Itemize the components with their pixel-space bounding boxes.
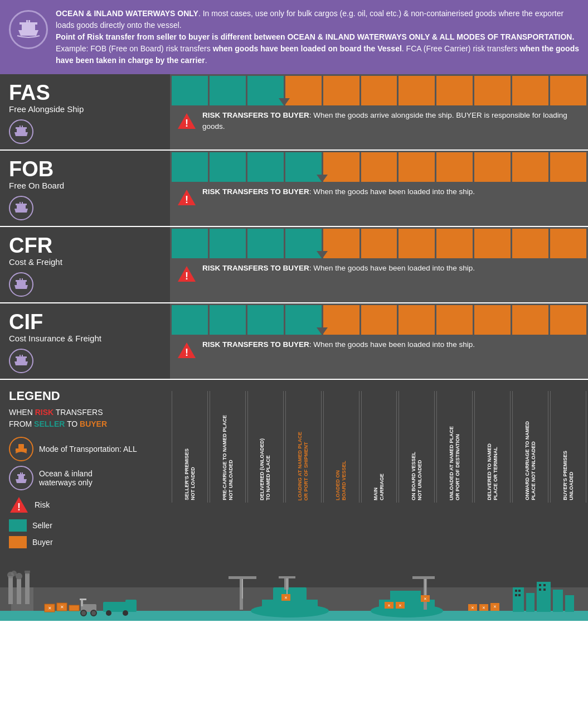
svg-text:!: !	[185, 347, 188, 358]
buyer-label: Buyer	[32, 538, 53, 547]
orange-bar	[436, 152, 473, 182]
svg-rect-6	[20, 126, 21, 128]
term-icon-wrap	[9, 119, 161, 144]
scene-illustration: ✕ ✕	[0, 554, 588, 621]
col-label-text: MAINCARRIAGE	[373, 474, 385, 500]
svg-rect-49	[69, 605, 79, 611]
terms-section: FAS Free Alongside Ship	[0, 74, 588, 380]
term-abbr: CFR	[9, 235, 161, 256]
svg-text:!: !	[185, 271, 188, 282]
teal-bar	[247, 229, 284, 258]
col-label-span: PLACE NOT UNLOADED	[531, 442, 536, 501]
risk-box: ! RISK TRANSFERS TO BUYER: When the good…	[170, 182, 588, 226]
svg-text:!: !	[185, 118, 188, 129]
col-label-span: NOT UNLOADED	[227, 460, 233, 501]
risk-triangle-icon: !	[177, 340, 197, 360]
col-label-text: PRE-CARRIAGE TO NAMED PLACENOT UNLOADED	[222, 415, 234, 500]
orange-bar	[512, 152, 548, 182]
orange-bar	[323, 305, 359, 335]
risk-triangle-icon: !	[177, 111, 197, 131]
orange-bar	[436, 305, 473, 335]
color-bars	[170, 227, 588, 258]
svg-rect-31	[18, 476, 24, 479]
risk-text: RISK TRANSFERS TO BUYER: When the goods …	[202, 186, 475, 197]
svg-rect-93	[539, 588, 541, 591]
legend-item-buyer: Buyer	[9, 536, 161, 548]
orange-bar	[512, 76, 548, 105]
term-abbr: CIF	[9, 311, 161, 332]
col-label-text: ONWARD CARRIAGE TO NAMEDPLACE NOT UNLOAD…	[524, 421, 537, 500]
teal-bar	[172, 305, 208, 335]
term-full: Cost & Freight	[9, 257, 161, 267]
svg-rect-87	[515, 590, 517, 592]
column-label-1: PRE-CARRIAGE TO NAMED PLACENOT UNLOADED	[210, 391, 246, 503]
col-label-span: ON BOARD VESSEL	[411, 452, 416, 500]
svg-rect-92	[543, 584, 546, 586]
col-label-span: PRE-CARRIAGE TO NAMED PLACE	[222, 415, 227, 500]
svg-text:✕: ✕	[48, 606, 52, 611]
legend-item-transport: Mode of Transportation: ALL	[9, 437, 161, 461]
risk-icon-legend: !	[9, 495, 29, 515]
col-label-span: DELIVERED TO NAMED	[487, 443, 492, 500]
transport-label: Mode of Transportation: ALL	[39, 445, 137, 454]
orange-bar	[361, 76, 397, 105]
svg-rect-83	[526, 593, 534, 612]
col-label-text: LOADING AT NAMED PLACEOR PORT OF SHIPMEN…	[297, 432, 309, 501]
ship-icon-header	[9, 10, 48, 49]
col-label-span: MAIN	[373, 488, 378, 500]
svg-text:!: !	[185, 194, 188, 205]
svg-rect-38	[17, 579, 21, 604]
col-label-highlight: LOADED ON	[335, 470, 341, 500]
term-full: Free Alongside Ship	[9, 104, 161, 114]
teal-bar	[172, 229, 208, 258]
col-label-highlight: LOADING AT NAMED PLACE	[297, 432, 303, 501]
svg-rect-66	[279, 576, 295, 578]
svg-rect-74	[412, 576, 435, 579]
orange-bar	[323, 76, 359, 105]
orange-bar	[512, 229, 548, 258]
col-label-span: ONWARD CARRIAGE TO NAMED	[524, 421, 530, 500]
orange-bar	[399, 152, 435, 182]
col-label-span: BUYER'S PREMISES	[562, 451, 568, 500]
term-icon-wrap	[9, 349, 161, 373]
column-label-9: ONWARD CARRIAGE TO NAMEDPLACE NOT UNLOAD…	[512, 391, 548, 503]
orange-bar	[361, 152, 397, 182]
col-label-highlight: BOARD VESSEL	[341, 461, 347, 500]
orange-bar	[399, 76, 435, 105]
svg-rect-85	[553, 590, 563, 612]
svg-rect-94	[543, 588, 546, 591]
term-row-fob: FOB Free On Board	[0, 151, 588, 227]
color-bars	[170, 74, 588, 105]
col-label-span: DELIVERED (UNLOADED)	[259, 438, 265, 500]
col-label-text: SELLER'S PREMISESNOT LOADED	[184, 448, 196, 500]
col-label-span: OR PORT OF DESTINATION	[455, 434, 460, 500]
legend-left: LEGEND WHEN RISK TRANSFERSFROM SELLER TO…	[0, 380, 170, 554]
term-label-fas: FAS Free Alongside Ship	[0, 74, 170, 149]
orange-bar	[474, 305, 511, 335]
svg-text:✕: ✕	[387, 604, 391, 607]
orange-bar	[436, 229, 473, 258]
teal-bar	[247, 152, 284, 182]
term-abbr: FOB	[9, 158, 161, 180]
transport-icon	[9, 437, 33, 461]
teal-bar	[210, 229, 246, 258]
term-row-fas: FAS Free Alongside Ship	[0, 74, 588, 151]
orange-bar	[399, 305, 435, 335]
teal-bar	[210, 152, 246, 182]
orange-bar	[399, 229, 435, 258]
seller-label: Seller	[32, 521, 52, 530]
svg-rect-53	[81, 600, 83, 606]
svg-rect-13	[22, 202, 23, 205]
svg-rect-5	[17, 129, 26, 132]
svg-point-52	[91, 610, 96, 616]
orange-bar	[361, 305, 397, 335]
color-bars	[170, 303, 588, 335]
orange-bar	[474, 229, 511, 258]
teal-bar	[247, 305, 284, 335]
ocean-label: Ocean & inlandwaterways only	[39, 469, 93, 487]
column-label-8: DELIVERED TO NAMEDPLACE OR TERMINAL	[474, 391, 511, 503]
svg-text:✕: ✕	[284, 596, 288, 600]
svg-text:✕: ✕	[424, 597, 427, 601]
header-note4: .	[205, 56, 207, 65]
risk-text: RISK TRANSFERS TO BUYER: When the goods …	[202, 263, 475, 274]
